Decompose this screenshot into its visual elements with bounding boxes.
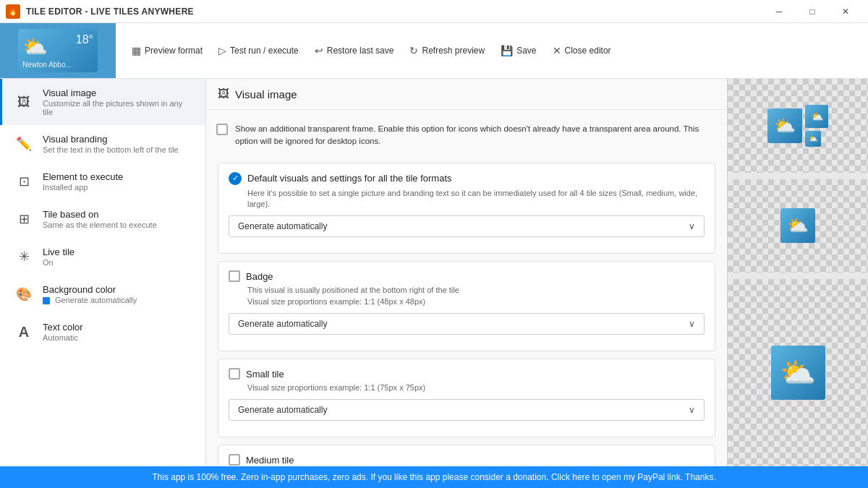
sidebar: 🖼 Visual image Customize all the picture…: [0, 79, 206, 466]
sidebar-text-color-title: Text color: [43, 322, 83, 333]
sidebar-item-background-color[interactable]: 🎨 Background color Generate automaticall…: [0, 275, 205, 313]
sidebar-background-color-subtitle: Generate automatically: [43, 296, 137, 304]
default-visuals-dropdown[interactable]: Generate automatically ∨: [229, 215, 705, 237]
sidebar-tile-based-title: Tile based on: [43, 209, 157, 220]
preview-tile-medium: ⛅: [780, 208, 815, 243]
small-tile-hint: Visual size proportions example: 1:1 (75…: [247, 382, 705, 393]
bottom-bar-text: This app is 100% free. Zero in-app purch…: [152, 472, 716, 482]
weather-icon: ⛅: [22, 35, 48, 59]
small-tile-row: Small tile Visual size proportions examp…: [218, 359, 715, 437]
sidebar-text-color-subtitle: Automatic: [43, 333, 83, 342]
default-visuals-title: Default visuals and settings for all the…: [247, 173, 452, 184]
background-color-icon: 🎨: [14, 284, 34, 304]
sidebar-background-color-title: Background color: [43, 284, 137, 295]
close-editor-icon: ✕: [553, 45, 561, 56]
small-tile-dropdown-text: Generate automatically: [238, 405, 327, 415]
sidebar-tile-based-subtitle: Same as the element to execute: [43, 221, 157, 229]
refresh-icon: ↻: [409, 45, 418, 56]
sidebar-element-execute-title: Element to execute: [43, 171, 123, 182]
save-button[interactable]: 💾 Save: [493, 41, 543, 60]
sidebar-item-visual-branding[interactable]: ✏️ Visual branding Set the text in the b…: [0, 125, 205, 163]
section-title: Visual image: [235, 88, 297, 100]
content-panel: Default visuals and settings for all the…: [206, 163, 727, 467]
sidebar-visual-image-title: Visual image: [43, 87, 194, 98]
preview-panel: ⛅ ⛅ ⛅ ⛅ ⛅: [727, 79, 868, 466]
sidebar-item-text-color[interactable]: A Text color Automatic: [0, 313, 205, 351]
close-editor-button[interactable]: ✕ Close editor: [545, 41, 618, 60]
tile-preview-image: ⛅ 18° Newton Abbo...: [18, 29, 98, 72]
preview-tile-tiny: ⛅: [805, 105, 828, 128]
title-bar: 🔥 TILE EDITOR - LIVE TILES ANYWHERE ─ □ …: [0, 0, 868, 23]
sidebar-item-tile-based[interactable]: ⊞ Tile based on Same as the element to e…: [0, 200, 205, 238]
small-tile-checkbox[interactable]: [229, 368, 240, 380]
preview-tile-large: ⛅: [771, 346, 825, 400]
tile-preview-header: ⛅ 18° Newton Abbo...: [0, 23, 116, 78]
preview-cell-large: ⛅: [728, 279, 868, 466]
badge-hint: Visual size proportions example: 1:1 (48…: [247, 296, 705, 307]
close-button[interactable]: ✕: [829, 0, 862, 23]
sidebar-visual-branding-title: Visual branding: [43, 134, 179, 145]
medium-tile-checkbox[interactable]: [229, 454, 240, 466]
small-tile-title: Small tile: [246, 369, 284, 380]
bottom-bar[interactable]: This app is 100% free. Zero in-app purch…: [0, 466, 868, 488]
badge-title: Badge: [246, 271, 273, 282]
window-controls: ─ □ ✕: [762, 0, 862, 23]
default-visuals-dropdown-text: Generate automatically: [238, 221, 327, 231]
text-color-icon: A: [14, 322, 34, 342]
transparent-frame-text: Show an additional transparent frame. En…: [235, 123, 717, 148]
restore-button[interactable]: ↩ Restore last save: [307, 41, 401, 60]
preview-tile-small-1: ⛅: [767, 108, 802, 143]
sidebar-visual-image-subtitle: Customize all the pictures shown in any …: [43, 99, 194, 116]
badge-row: Badge This visual is usually positioned …: [218, 261, 715, 351]
visual-image-icon: 🖼: [14, 92, 34, 112]
preview-badge-tiny: ⛅: [805, 131, 821, 147]
live-tile-icon: ✳: [14, 247, 34, 267]
restore-icon: ↩: [315, 45, 323, 56]
small-tile-dropdown[interactable]: Generate automatically ∨: [229, 399, 705, 421]
title-bar-left: 🔥 TILE EDITOR - LIVE TILES ANYWHERE: [6, 4, 194, 19]
sidebar-element-execute-subtitle: Installed app: [43, 183, 123, 192]
sidebar-live-tile-subtitle: On: [43, 258, 75, 267]
badge-dropdown-text: Generate automatically: [238, 319, 327, 329]
test-run-icon: ▷: [218, 45, 226, 56]
transparent-frame-checkbox[interactable]: [216, 124, 228, 135]
badge-dropdown-arrow: ∨: [689, 319, 695, 329]
badge-checkbox[interactable]: [229, 270, 240, 282]
section-icon: 🖼: [218, 87, 229, 100]
sidebar-live-tile-title: Live tile: [43, 247, 75, 257]
visual-branding-icon: ✏️: [14, 134, 34, 154]
default-visuals-desc: Here it's possible to set a single pictu…: [247, 188, 705, 210]
preview-divider-1: [728, 176, 868, 176]
preview-format-button[interactable]: ▦ Preview format: [124, 41, 210, 60]
sidebar-item-element-execute[interactable]: ⊡ Element to execute Installed app: [0, 163, 205, 200]
element-execute-icon: ⊡: [14, 171, 34, 192]
content-area: 🖼 Visual image Show an additional transp…: [206, 79, 727, 466]
badge-dropdown[interactable]: Generate automatically ∨: [229, 313, 705, 335]
sidebar-item-live-tile[interactable]: ✳ Live tile On: [0, 238, 205, 275]
sidebar-item-visual-image[interactable]: 🖼 Visual image Customize all the picture…: [0, 79, 205, 125]
small-tile-dropdown-arrow: ∨: [689, 405, 695, 415]
main-layout: 🖼 Visual image Customize all the picture…: [0, 79, 868, 466]
save-icon: 💾: [501, 45, 513, 56]
header-area: ⛅ 18° Newton Abbo... ▦ Preview format ▷ …: [0, 23, 868, 79]
transparent-frame-row: Show an additional transparent frame. En…: [206, 116, 727, 155]
app-title: TILE EDITOR - LIVE TILES ANYWHERE: [26, 7, 194, 17]
toolbar: ▦ Preview format ▷ Test run / execute ↩ …: [116, 23, 868, 78]
tile-temperature: 18°: [76, 33, 93, 46]
preview-cell-medium: ⛅: [728, 179, 868, 273]
tile-location: Newton Abbo...: [22, 61, 72, 69]
badge-desc: This visual is usually positioned at the…: [247, 285, 705, 296]
medium-tile-title: Medium tile: [246, 455, 294, 466]
medium-tile-row: Medium tile: [218, 445, 715, 466]
section-header: 🖼 Visual image: [206, 79, 727, 110]
default-visuals-checkbox[interactable]: [229, 172, 242, 185]
maximize-button[interactable]: □: [796, 0, 829, 23]
minimize-button[interactable]: ─: [762, 0, 796, 23]
preview-divider-2: [728, 275, 868, 276]
default-visuals-row: Default visuals and settings for all the…: [218, 163, 715, 254]
app-icon: 🔥: [6, 4, 20, 19]
preview-format-icon: ▦: [132, 45, 141, 56]
preview-cell-small: ⛅ ⛅ ⛅: [728, 79, 868, 173]
test-run-button[interactable]: ▷ Test run / execute: [211, 41, 306, 60]
refresh-preview-button[interactable]: ↻ Refresh preview: [402, 41, 492, 60]
